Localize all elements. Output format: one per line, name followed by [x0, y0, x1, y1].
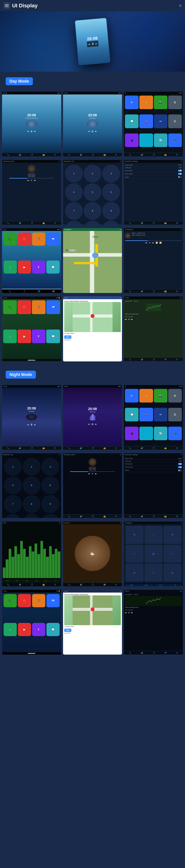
svg-point-11	[90, 314, 95, 318]
app-icon-misc4: 📡	[154, 133, 167, 147]
nav-arrow-up[interactable]: ↑	[144, 526, 162, 544]
night-screen-appgrid: ●●●● ✈ ♪ 📷 ⚙ 💬 🚗 BT ☰ 📱 🌐 📡 📺 📞 🔊 🎵 📻	[124, 385, 183, 450]
day-screen-map: Navigation● Baker St Main Sunny Coffee	[63, 228, 122, 293]
day-screen-bt-music: Bluetooth_Music ● Music Title Music Albu…	[2, 160, 61, 225]
nav-arrow-ul[interactable]: ↖	[125, 526, 143, 544]
day-screen-iphone: 1:54●●● 📞 🔴 🎵 🗺 ♪ ▶ 🎙 💬 📞 📱 🌐 📷	[2, 228, 61, 293]
day-screen-music1: 20:08●●● 20:08 Monday, January 1 ⏮ ⏸ ⏭ 📞…	[2, 91, 61, 157]
night-screen-music2: 20:08●●● 20:08 Saturday ⏮ ⏸ ⏭	[63, 385, 122, 450]
auto-answer-toggle[interactable]	[178, 170, 182, 172]
iph-photos: 🔴	[18, 232, 31, 246]
food-image: 🍜	[75, 536, 110, 571]
night-screen-bt-settings: Bluetooth_Settings ● Device name CarBT D…	[124, 453, 183, 518]
hero-device: 20:08 ⏮ ⏸ ⏭	[75, 18, 110, 65]
dots-menu-icon[interactable]: ≡	[179, 3, 182, 8]
night-auto-connect-toggle[interactable]	[178, 466, 182, 468]
night-screen-bt-call: Bluetooth_Call ● 1 2 3 4 5 6 7 8 9 * 0 #	[2, 453, 61, 518]
nav-arrow-dr[interactable]: ↘	[163, 563, 181, 582]
flower-toggle[interactable]	[178, 176, 182, 178]
app-icon-telegram: ✈	[125, 96, 138, 109]
iph-spotify: ♪	[4, 260, 17, 274]
svg-rect-3	[74, 262, 95, 264]
day-screen-coffee: 18:03● Sunny Coffee Modern Restaurant 12…	[63, 296, 122, 362]
day-screen-bt-call: Bluetooth_Call ● 123 456 789 *0# 📞 ✕ 📞 🔊	[63, 160, 122, 225]
app-icon-bt: BT	[154, 115, 167, 128]
day-mode-grid-row2: Bluetooth_Music ● Music Title Music Albu…	[0, 158, 185, 226]
night-mode-label: Night Mode	[6, 371, 36, 379]
app-icon-misc3: 🌐	[139, 133, 153, 147]
svg-point-5	[92, 253, 98, 258]
day-screen-social: SocialMusic ● 华夏_01_TREME.mp3 华夏_TTREME_…	[124, 228, 183, 293]
iph-maps: 🗺	[47, 232, 60, 246]
iph-podcast: 🎙	[32, 260, 45, 274]
day-screen-carplay-apps: 18:0425 🔋 📞 🔴 🎵 🗺 ♪ ▶ 🎙 💬	[2, 296, 61, 362]
nav-arrow-right[interactable]: →	[163, 545, 181, 563]
day-screen-appgrid: ●●●● ✈ ♪ 📷 ⚙ 💬 🚗 BT ☰ 📱 🌐 📡 📺 📞 🔊 🎵 📻	[124, 91, 183, 157]
night-screen-wave: DSP●	[2, 521, 61, 587]
night-mode-grid-row2: Bluetooth_Call ● 1 2 3 4 5 6 7 8 9 * 0 #	[0, 452, 185, 520]
night-mode-grid-row1: 20:08●●● 20:08 Monday ⏮ ⏸ ⏭ 📞 🔊 🎵 📻 ⚙	[0, 383, 185, 452]
night-go-button[interactable]: GO	[64, 628, 71, 632]
night-mode-grid-row3: DSP●	[0, 520, 185, 588]
iph-msg: 💬	[47, 260, 60, 274]
night-auto-answer-toggle[interactable]	[178, 463, 182, 465]
app-icon-misc2: 📱	[125, 133, 138, 147]
svg-rect-17	[146, 597, 161, 604]
day-mode-grid-row1: 20:08●●● 20:08 Monday, January 1 ⏮ ⏸ ⏭ 📞…	[0, 90, 185, 158]
svg-point-16	[90, 607, 95, 611]
nav-arrow-left[interactable]: ←	[125, 545, 143, 563]
day-mode-grid-row4: 18:0425 🔋 📞 🔴 🎵 🗺 ♪ ▶ 🎙 💬 18:03● Sunny C…	[0, 295, 185, 363]
night-screen-eta: 18:05●● 16:18 ETA 9.6 mi Start on Donglu…	[124, 590, 183, 655]
day-screen-eta: 18:05●● 16:18 ETA 9.6 mi Start on Donglu…	[124, 296, 183, 362]
night-flower-toggle[interactable]	[178, 469, 182, 471]
nav-arrow-ur[interactable]: ↗	[163, 526, 181, 544]
header: UI Display ≡	[0, 0, 185, 11]
app-icon-music: ♪	[139, 96, 153, 109]
auto-connect-toggle[interactable]	[178, 173, 182, 175]
day-mode-grid-row3: 1:54●●● 📞 🔴 🎵 🗺 ♪ ▶ 🎙 💬 📞 📱 🌐 📷 N	[0, 226, 185, 295]
day-mode-label: Day Mode	[6, 77, 33, 85]
app-icon-photos: 📷	[154, 96, 167, 109]
hamburger-icon[interactable]	[3, 2, 10, 9]
app-icon-settings: ⚙	[168, 96, 182, 109]
hero-section: 20:08 ⏮ ⏸ ⏭	[0, 11, 185, 72]
svg-text:Main: Main	[92, 236, 98, 238]
night-screen-nav-arrows: Navigation● ↖ ↑ ↗ ← ⊙ → ↙ ↓ ↘ MENU HOME …	[124, 521, 183, 587]
iph-music: 🎵	[32, 232, 45, 246]
app-icon-wechat: 💬	[125, 115, 138, 128]
iph-yt: ▶	[18, 260, 31, 274]
nav-arrow-center[interactable]: ⊙	[144, 545, 162, 563]
album-art	[28, 165, 35, 173]
page-title: UI Display	[12, 3, 37, 9]
night-screen-music1: 20:08●●● 20:08 Monday ⏮ ⏸ ⏭ 📞 🔊 🎵 📻 ⚙	[2, 385, 61, 450]
night-screen-bt-music: Bluetooth_Music ● Music Title Music Albu…	[63, 453, 122, 518]
night-mode-grid-row4: 18:0425 🔋 📞 🔴 🎵 🗺 ♪ ▶ 🎙 💬 18:03● Sunny C…	[0, 588, 185, 656]
app-icon-misc5: 📺	[168, 133, 182, 147]
day-screen-bt-settings: Bluetooth_Settings ● Device name CarBT D…	[124, 160, 183, 225]
day-screen-music2: 20:08●●● 20:08 Saturday ⏮ ⏸ ⏭ 📞 🔊 🎵 📻 ⚙	[63, 91, 122, 157]
nav-arrow-dl[interactable]: ↙	[125, 563, 143, 582]
iph-phone: 📞	[4, 232, 17, 246]
time-display: 20:08	[27, 113, 36, 117]
nav-arrow-down[interactable]: ↓	[144, 563, 162, 582]
svg-rect-12	[146, 304, 161, 311]
night-screen-coffee: 18:03● Sunny Coffee Modern Restaurant 12…	[63, 590, 122, 655]
go-button[interactable]: GO	[64, 335, 71, 339]
app-icon-misc1: ☰	[168, 115, 182, 128]
night-screen-food: Camera● 🍜 📞 🔊 🎵 📷 ⚙	[63, 521, 122, 587]
app-icon-car: 🚗	[139, 115, 153, 128]
night-screen-iphone: 18:0425 🔋 📞 🔴 🎵 🗺 ♪ ▶ 🎙 💬	[2, 590, 61, 655]
